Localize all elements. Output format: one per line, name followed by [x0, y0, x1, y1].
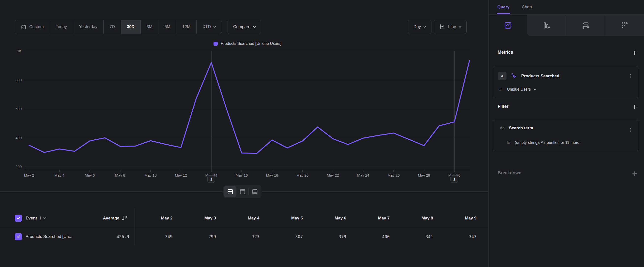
aggregation-prefix: #	[499, 87, 502, 92]
line-chart[interactable]: 2004006008001KMay 2May 4May 6May 8May 10…	[0, 0, 488, 192]
x-axis-label: May 8	[115, 173, 125, 177]
event-header[interactable]: Event 1	[26, 216, 46, 221]
aggregation-select[interactable]: Unique Users	[507, 87, 536, 92]
table-view-button[interactable]	[249, 186, 261, 197]
row-event-name: Products Searched [Un...	[26, 234, 72, 239]
report-tab-flows[interactable]	[566, 15, 605, 36]
report-tab-retention[interactable]	[605, 15, 644, 36]
x-axis-label: May 10	[144, 173, 156, 177]
event-count: 1	[39, 216, 41, 221]
y-axis-label: 800	[16, 78, 22, 82]
date-column-header[interactable]: May 5	[265, 208, 308, 228]
split-view-icon	[227, 188, 234, 195]
main-panel: CustomTodayYesterday7D30D3M6M12MXTD Comp…	[0, 0, 488, 267]
annotation-badge-label: 1	[210, 177, 212, 181]
row-checkbox[interactable]	[15, 233, 22, 240]
x-axis-label: May 22	[327, 173, 339, 177]
date-column-header[interactable]: May 7	[352, 208, 395, 228]
date-column-header[interactable]: May 4	[222, 208, 265, 228]
table-cell-value: 307	[265, 228, 308, 245]
x-axis-label: May 18	[266, 173, 278, 177]
x-axis-label: May 2	[24, 173, 34, 177]
row-average-value: 426.9	[81, 234, 129, 239]
metrics-heading: Metrics	[498, 50, 513, 55]
breakdown-heading: Breakdown	[498, 170, 522, 176]
filter-heading: Filter	[498, 104, 508, 109]
kebab-menu-icon[interactable]	[628, 127, 634, 134]
report-tab-funnels[interactable]	[527, 15, 566, 36]
series-line[interactable]	[29, 60, 470, 153]
funnels-icon	[543, 22, 550, 29]
x-axis-label: May 26	[388, 173, 400, 177]
report-tab-strip	[527, 15, 644, 36]
table-cell-value: 341	[395, 228, 438, 245]
table-cell-value: 379	[308, 228, 352, 245]
check-icon	[16, 216, 21, 220]
date-column-header[interactable]: May 2	[134, 208, 178, 228]
sidebar-tabs: Query Chart	[489, 0, 644, 15]
query-sidebar: Query Chart	[489, 0, 644, 267]
y-axis-label: 600	[16, 107, 22, 111]
tab-query[interactable]: Query	[498, 0, 510, 14]
select-all-checkbox[interactable]	[15, 214, 22, 222]
property-type-badge: Aa	[498, 126, 506, 130]
table-header-row: Event 1 Average May 2May 3May 4May 5May …	[0, 208, 488, 228]
date-column-header[interactable]: May 9	[438, 208, 482, 228]
x-axis-label: May 24	[357, 173, 369, 177]
add-filter-button[interactable]	[632, 104, 638, 110]
tab-chart[interactable]: Chart	[522, 0, 532, 14]
table-cell-value: 299	[178, 228, 222, 245]
filter-card[interactable]: Aa Search term Is (empty string), Air pu…	[493, 120, 638, 151]
event-cursor-icon	[511, 73, 517, 79]
x-axis-label: May 20	[296, 173, 308, 177]
filter-operator[interactable]: Is	[507, 140, 510, 145]
metric-name: Products Searched	[521, 74, 560, 79]
chart-view-button[interactable]	[236, 186, 248, 197]
table-cell-value: 349	[134, 228, 178, 245]
date-column-header[interactable]: May 8	[395, 208, 438, 228]
chevron-down-icon	[43, 216, 46, 219]
x-axis-label: May 6	[85, 173, 95, 177]
flows-icon	[582, 22, 590, 29]
table-cell-value: 400	[352, 228, 395, 245]
split-view-button[interactable]	[224, 186, 236, 197]
y-axis-label: 1K	[17, 49, 22, 53]
x-axis-label: May 12	[175, 173, 187, 177]
row-values: 349299323307379400341343	[134, 228, 482, 245]
series-badge: A	[498, 72, 506, 80]
x-axis-label: May 28	[418, 173, 430, 177]
y-axis-label: 200	[16, 165, 22, 169]
report-tab-insights[interactable]	[489, 15, 527, 36]
filter-property: Search term	[509, 126, 533, 131]
date-column-header[interactable]: May 3	[178, 208, 222, 228]
metric-card[interactable]: A Products Searched # Unique Users	[493, 66, 638, 98]
table-row[interactable]: Products Searched [Un... 426.9 349299323…	[0, 228, 488, 245]
retention-icon	[621, 22, 628, 29]
date-column-headers: May 2May 3May 4May 5May 6May 7May 8May 9	[134, 208, 482, 228]
add-metric-button[interactable]	[632, 50, 638, 56]
y-axis-label: 400	[16, 136, 22, 140]
filter-value[interactable]: (empty string), Air purifier, or 11 more	[514, 140, 579, 145]
x-axis-label: May 4	[54, 173, 64, 177]
date-column-header[interactable]: May 6	[308, 208, 352, 228]
table-cell-value: 323	[222, 228, 265, 245]
annotation-badge-label: 1	[453, 177, 456, 181]
x-axis-label: May 16	[236, 173, 248, 177]
check-icon	[16, 234, 21, 239]
add-breakdown-button[interactable]	[632, 171, 638, 177]
insights-icon	[504, 22, 512, 29]
chevron-down-icon	[533, 87, 536, 90]
sort-icon[interactable]	[121, 215, 128, 221]
kebab-menu-icon[interactable]	[628, 73, 634, 80]
view-toggle-group	[223, 185, 262, 198]
chart-view-icon	[239, 188, 246, 195]
table-view-icon	[252, 188, 258, 195]
average-header[interactable]: Average	[74, 216, 119, 221]
app: CustomTodayYesterday7D30D3M6M12MXTD Comp…	[0, 0, 644, 267]
table-cell-value: 343	[438, 228, 482, 245]
